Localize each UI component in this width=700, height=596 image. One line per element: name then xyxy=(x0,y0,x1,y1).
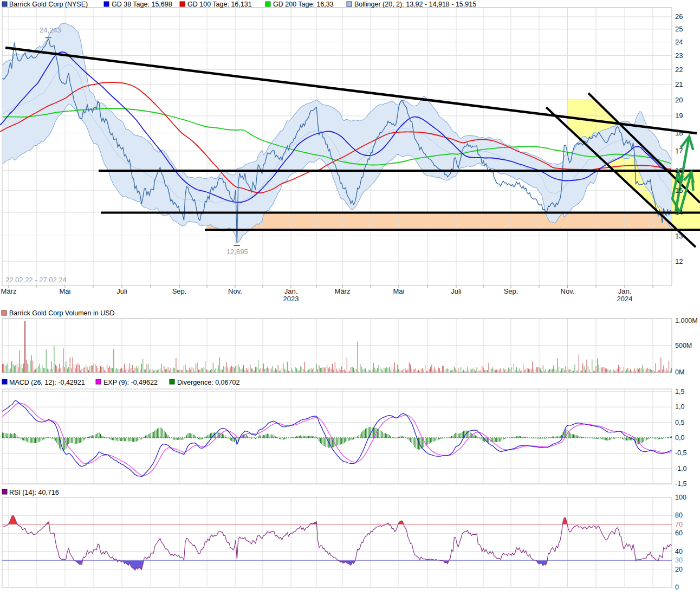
svg-text:EXP (9): -0,49622: EXP (9): -0,49622 xyxy=(103,379,158,386)
svg-text:Jan.: Jan. xyxy=(284,287,298,295)
svg-text:0: 0 xyxy=(675,584,679,591)
svg-text:23: 23 xyxy=(675,51,683,60)
svg-text:500M: 500M xyxy=(675,342,692,349)
svg-text:Mai: Mai xyxy=(60,287,71,295)
svg-text:GD 200 Tage: 16,33: GD 200 Tage: 16,33 xyxy=(273,1,334,8)
svg-text:1.000M: 1.000M xyxy=(675,317,698,325)
svg-text:21: 21 xyxy=(675,80,683,88)
svg-text:2023: 2023 xyxy=(283,295,299,303)
svg-text:Juli: Juli xyxy=(451,287,462,295)
svg-text:Bollinger (20, 2): 13,92 - 14,: Bollinger (20, 2): 13,92 - 14,918 - 15,9… xyxy=(354,1,476,8)
svg-text:MACD (26, 12): -0,42921: MACD (26, 12): -0,42921 xyxy=(9,379,85,386)
svg-text:12: 12 xyxy=(675,257,683,265)
svg-text:24: 24 xyxy=(675,38,683,46)
svg-text:80: 80 xyxy=(675,511,683,519)
svg-text:20: 20 xyxy=(675,566,683,573)
svg-text:RSI (14): 40,716: RSI (14): 40,716 xyxy=(9,489,59,496)
svg-text:Nov.: Nov. xyxy=(561,287,575,295)
svg-text:13: 13 xyxy=(675,232,683,240)
svg-text:Nov.: Nov. xyxy=(228,287,242,295)
svg-text:30: 30 xyxy=(675,556,683,564)
svg-text:-1,5: -1,5 xyxy=(675,480,687,488)
svg-text:März: März xyxy=(335,287,351,295)
svg-text:1,5: 1,5 xyxy=(675,388,684,396)
svg-text:Jan.: Jan. xyxy=(618,287,632,295)
svg-text:0M: 0M xyxy=(675,368,684,376)
svg-text:Barrick Gold Corp Volumen in U: Barrick Gold Corp Volumen in USD xyxy=(9,309,115,317)
svg-text:Divergence: 0,06702: Divergence: 0,06702 xyxy=(177,379,239,386)
svg-text:GD 38 Tage: 15,698: GD 38 Tage: 15,698 xyxy=(112,1,172,8)
svg-text:-0,5: -0,5 xyxy=(675,449,687,457)
svg-text:20: 20 xyxy=(675,96,683,104)
svg-text:2024: 2024 xyxy=(617,295,633,303)
svg-text:15: 15 xyxy=(675,186,683,195)
svg-text:25: 25 xyxy=(675,25,683,33)
svg-text:Sep.: Sep. xyxy=(172,287,187,295)
svg-text:-1,0: -1,0 xyxy=(675,465,687,472)
svg-text:100: 100 xyxy=(675,494,686,501)
svg-text:40: 40 xyxy=(675,548,683,555)
svg-text:0,0: 0,0 xyxy=(675,434,684,442)
svg-text:Sep.: Sep. xyxy=(504,287,518,295)
svg-text:60: 60 xyxy=(675,529,683,537)
svg-text:GD 100 Tage: 16,131: GD 100 Tage: 16,131 xyxy=(187,1,252,8)
svg-text:22: 22 xyxy=(675,66,683,74)
svg-text:70: 70 xyxy=(675,521,683,528)
svg-text:14: 14 xyxy=(675,209,683,217)
svg-text:26: 26 xyxy=(675,12,683,21)
svg-text:0,5: 0,5 xyxy=(675,419,684,426)
svg-text:18: 18 xyxy=(675,129,683,137)
svg-text:Mai: Mai xyxy=(393,287,405,295)
svg-text:Barrick Gold Corp (NYSE): Barrick Gold Corp (NYSE) xyxy=(9,1,88,8)
svg-text:16: 16 xyxy=(675,166,683,174)
svg-text:22.02.22 - 27.02.24: 22.02.22 - 27.02.24 xyxy=(5,276,67,284)
svg-text:17: 17 xyxy=(675,147,683,155)
svg-text:19: 19 xyxy=(675,112,683,120)
svg-text:März: März xyxy=(1,287,17,295)
svg-text:24,243: 24,243 xyxy=(40,26,61,34)
svg-text:1,0: 1,0 xyxy=(675,403,684,411)
svg-text:12,695: 12,695 xyxy=(226,248,248,256)
svg-text:Juli: Juli xyxy=(116,287,127,295)
